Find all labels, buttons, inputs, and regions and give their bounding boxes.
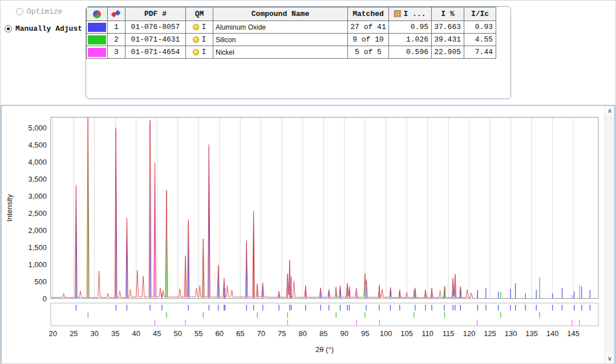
x-tick-label: 90 [340,329,348,338]
x-tick-label: 130 [505,329,517,338]
matched-column-header[interactable]: Matched [348,7,389,21]
y-tick-label: 500 [34,277,47,286]
optimize-radio[interactable]: Optimize [16,7,62,16]
i-ic-value: 7.44 [464,46,496,59]
x-tick-label: 70 [257,329,265,338]
app-window: Optimize Manually Adjust PDF # QM Com [0,0,616,364]
scroll-up-button[interactable]: ∧ [605,106,614,116]
pdf-number: 01-076-8057 [125,21,186,34]
phase-table-header-row: PDF # QM Compound Name Matched I ... I %… [87,7,496,21]
qm-indicator-icon [193,49,199,55]
x-tick-label: 30 [90,329,98,338]
color-column-header[interactable] [87,7,108,21]
vertical-scrollbar[interactable]: ∧ ∨ [605,106,614,363]
xrd-plot-svg[interactable]: 05001,0001,5002,0002,5003,0003,5004,0004… [3,107,605,362]
compound-name: Silicon [213,34,348,46]
compound-column-header[interactable]: Compound Name [213,7,348,21]
qm-column-header[interactable]: QM [186,7,213,21]
phase-control-panel: Optimize Manually Adjust PDF # QM Com [1,1,615,105]
phase-color-swatch[interactable] [88,48,106,57]
i-estimate-column-header[interactable]: I ... [389,7,432,21]
qm-value: I [202,23,206,31]
y-tick-label: 2,500 [28,209,47,218]
x-tick-label: 45 [153,329,161,338]
phase-color-swatch[interactable] [88,23,106,32]
qm-value: I [202,48,206,56]
flags-icon [111,10,121,18]
grid-icon [394,10,401,17]
phase-row-nickel[interactable]: 3 01-071-4654 I Nickel 5 of 5 0.596 22.9… [87,46,496,59]
qm-cell: I [186,21,213,34]
qm-indicator-icon [193,36,199,43]
matched-count: 9 of 10 [348,34,389,46]
x-tick-label: 20 [48,329,56,338]
i-estimate-value: 0.95 [389,21,432,34]
y-axis-title: Intensity [5,194,14,222]
y-tick-label: 3,000 [28,192,47,201]
y-tick-label: 4,500 [28,141,47,149]
row-number: 1 [108,21,125,34]
flags-column-header[interactable] [108,7,125,21]
i-percent-value: 39.431 [432,34,464,46]
matched-count: 27 of 41 [348,21,389,34]
plot-border [51,117,598,298]
compound-name: Aluminum Oxide [213,21,348,34]
phase-color-swatch[interactable] [88,35,106,44]
x-tick-label: 85 [319,329,327,338]
x-tick-label: 55 [194,329,202,338]
manually-adjust-radio[interactable]: Manually Adjust [5,24,82,33]
scrollbar-track[interactable] [605,116,614,354]
x-tick-label: 95 [361,329,369,338]
matched-count: 5 of 5 [348,46,389,59]
compound-name: Nickel [213,46,348,59]
x-tick-label: 125 [484,329,496,338]
x-tick-label: 60 [215,329,223,338]
x-tick-label: 40 [132,329,140,338]
i-ic-value: 4.55 [464,34,496,46]
qm-value: I [202,35,206,44]
scroll-down-button[interactable]: ∨ [605,354,614,363]
sphere-icon [93,10,101,18]
qm-cell: I [186,46,213,59]
row-number: 3 [108,46,125,59]
i-percent-value: 37.663 [432,21,464,34]
x-tick-label: 120 [463,329,476,338]
i-estimate-header-label: I ... [403,10,425,18]
qm-indicator-icon [193,24,199,30]
diffraction-pattern [51,117,473,298]
x-tick-label: 75 [278,329,286,338]
optimize-label: Optimize [27,7,62,16]
phase-table: PDF # QM Compound Name Matched I ... I %… [86,7,496,59]
x-tick-label: 35 [111,329,119,338]
x-tick-label: 110 [422,329,433,338]
pdf-number: 01-071-4631 [125,34,186,46]
phase-row-silicon[interactable]: 2 01-071-4631 I Silicon 9 of 10 1.026 39… [87,34,496,46]
arrow-down-icon: ∨ [607,355,612,362]
x-axis-title: 2θ (°) [315,345,334,354]
i-ic-value: 0.93 [464,21,496,34]
y-tick-label: 4,000 [28,158,47,166]
arrow-up-icon: ∧ [607,107,612,114]
stick-strip [51,303,598,326]
x-tick-label: 135 [525,329,538,338]
y-tick-label: 3,500 [28,175,47,183]
radio-checked-icon [5,25,12,32]
x-tick-label: 115 [443,329,455,338]
radio-unchecked-icon [16,8,23,15]
pdf-column-header[interactable]: PDF # [125,7,186,21]
x-tick-label: 145 [567,329,579,338]
xrd-plot-panel: 05001,0001,5002,0002,5003,0003,5004,0004… [1,105,615,364]
x-tick-label: 65 [236,329,244,338]
y-tick-label: 0 [43,295,47,303]
x-tick-label: 105 [400,329,413,338]
x-tick-label: 50 [173,329,181,338]
i-percent-column-header[interactable]: I % [432,7,464,21]
y-tick-label: 2,000 [28,226,47,235]
x-tick-label: 25 [70,329,78,338]
row-number: 2 [108,34,125,46]
i-percent-value: 22.905 [432,46,464,59]
phase-row-aluminum-oxide[interactable]: 1 01-076-8057 I Aluminum Oxide 27 of 41 … [87,21,496,34]
phase-table-box: PDF # QM Compound Name Matched I ... I %… [86,6,511,99]
manually-adjust-label: Manually Adjust [15,24,82,33]
i-ic-column-header[interactable]: I/Ic [464,7,496,21]
